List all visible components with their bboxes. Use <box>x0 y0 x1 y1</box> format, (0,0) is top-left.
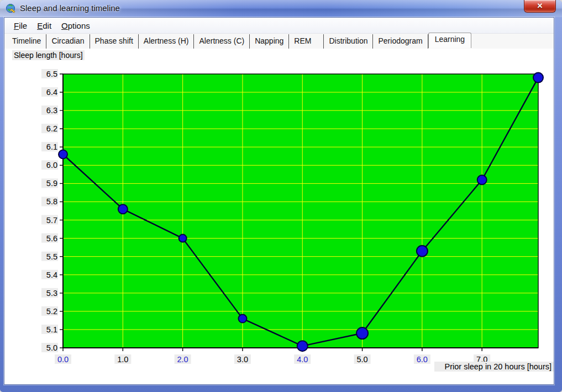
y-tick-label: 5.5 <box>46 252 57 261</box>
y-tick-label: 5.2 <box>46 307 57 316</box>
data-point <box>417 246 428 257</box>
x-tick-label: 3.0 <box>237 355 248 364</box>
tab-alertness-c[interactable]: Alertness (C) <box>194 34 250 49</box>
x-tick-label: 1.0 <box>117 355 128 364</box>
y-tick-label: 5.1 <box>46 325 57 334</box>
y-tick-label: 6.2 <box>46 124 57 133</box>
x-tick-label: 5.0 <box>356 355 367 364</box>
tab-bar: Timeline Circadian Phase shift Alertness… <box>4 34 554 49</box>
y-tick-label: 5.3 <box>46 289 57 298</box>
y-tick-label: 6.3 <box>46 106 57 115</box>
tab-circadian[interactable]: Circadian <box>46 34 90 49</box>
y-tick-label: 5.8 <box>46 197 57 206</box>
y-tick-label: 5.6 <box>46 234 57 243</box>
x-tick-label: 0.0 <box>57 355 69 364</box>
x-axis-title: Prior sleep in 20 hours [hours] <box>445 362 552 371</box>
tab-napping[interactable]: Napping <box>250 34 289 49</box>
tab-rem[interactable]: REM <box>289 34 324 49</box>
x-tick-label: 6.0 <box>417 355 428 364</box>
y-tick-label: 5.0 <box>46 343 57 352</box>
window-title: Sleep and learning timeline <box>20 0 120 17</box>
y-tick-label: 6.0 <box>46 161 57 169</box>
app-window: Sleep and learning timeline ✕ File Edit … <box>0 0 562 392</box>
close-button[interactable]: ✕ <box>524 0 556 13</box>
plot-area <box>63 74 538 348</box>
data-point <box>533 73 543 83</box>
y-tick-label: 6.5 <box>46 70 57 78</box>
tab-periodogram[interactable]: Periodogram <box>373 34 428 49</box>
app-icon <box>6 3 16 14</box>
title-bar[interactable]: Sleep and learning timeline ✕ <box>0 0 562 17</box>
y-tick-label: 5.9 <box>46 179 57 188</box>
learning-chart[interactable]: 5.05.15.25.35.45.55.65.75.85.96.06.16.26… <box>4 18 555 385</box>
tab-phase-shift[interactable]: Phase shift <box>90 34 139 49</box>
chart-y-axis-title: Sleep length [hours] <box>12 50 85 60</box>
data-point <box>179 235 187 242</box>
y-tick-label: 5.7 <box>46 216 57 225</box>
data-point <box>118 204 128 214</box>
data-point <box>297 341 308 351</box>
tab-alertness-h[interactable]: Alertness (H) <box>139 34 195 49</box>
data-point <box>59 150 67 158</box>
data-point <box>356 327 368 339</box>
x-tick-label: 2.0 <box>177 355 188 364</box>
tab-timeline[interactable]: Timeline <box>7 34 46 49</box>
data-point <box>238 315 246 323</box>
data-point <box>477 175 487 184</box>
x-tick-label: 4.0 <box>297 355 308 364</box>
tab-learning[interactable]: Learning <box>428 33 472 48</box>
tab-distribution[interactable]: Distribution <box>324 34 373 49</box>
y-tick-label: 6.1 <box>46 142 57 151</box>
y-tick-label: 6.4 <box>46 88 57 97</box>
window-content: File Edit Options Timeline Circadian Pha… <box>4 17 554 385</box>
y-tick-label: 5.4 <box>46 271 57 279</box>
